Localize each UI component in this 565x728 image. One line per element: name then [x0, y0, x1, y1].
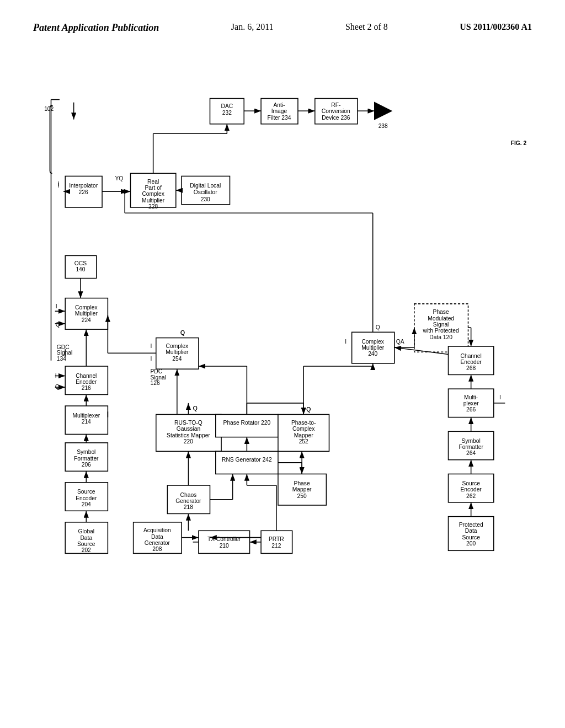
svg-marker-16 — [375, 103, 392, 120]
svg-text:Anti-: Anti- — [273, 102, 285, 108]
svg-text:Complex: Complex — [75, 304, 98, 311]
svg-text:Conversion: Conversion — [322, 108, 350, 114]
svg-text:Generator: Generator — [175, 498, 201, 504]
svg-text:Multiplier: Multiplier — [361, 345, 385, 351]
svg-text:plexer: plexer — [463, 400, 479, 406]
page: Patent Application Publication Jan. 6, 2… — [0, 0, 565, 728]
svg-text:Phase Rotator 220: Phase Rotator 220 — [223, 420, 271, 426]
svg-text:240: 240 — [368, 351, 377, 357]
svg-text:Symbol: Symbol — [462, 438, 481, 444]
svg-text:Interpolator: Interpolator — [69, 183, 98, 189]
svg-text:Filter 234: Filter 234 — [268, 115, 291, 121]
svg-text:Symbol: Symbol — [77, 449, 95, 455]
svg-text:Encoder: Encoder — [76, 495, 97, 501]
header-sheet: Sheet 2 of 8 — [345, 22, 388, 32]
svg-text:Complex: Complex — [166, 343, 189, 349]
svg-rect-112 — [216, 451, 278, 474]
svg-text:Chaos: Chaos — [180, 492, 197, 498]
svg-text:RF-: RF- — [331, 102, 340, 108]
svg-text:Phase: Phase — [433, 309, 449, 315]
svg-text:Phase: Phase — [294, 480, 310, 486]
svg-rect-93 — [261, 531, 292, 553]
svg-text:Data: Data — [151, 534, 163, 540]
svg-text:Multiplier: Multiplier — [75, 311, 98, 317]
svg-text:Acquisition: Acquisition — [143, 527, 171, 533]
svg-text:210: 210 — [220, 543, 229, 549]
svg-text:266: 266 — [466, 406, 476, 413]
svg-rect-119 — [216, 414, 278, 437]
svg-text:Protected: Protected — [459, 522, 483, 528]
svg-text:I: I — [345, 339, 347, 345]
figure-diagram: text { font-family: Arial, sans-serif; f… — [30, 88, 548, 684]
svg-text:Phase-to-: Phase-to- — [291, 420, 316, 426]
svg-text:Source: Source — [77, 541, 95, 547]
svg-text:PRTR: PRTR — [269, 536, 284, 542]
svg-text:Part of: Part of — [145, 185, 162, 191]
svg-text:226: 226 — [79, 189, 88, 195]
svg-text:Mapper: Mapper — [294, 432, 313, 438]
svg-text:126: 126 — [151, 380, 160, 386]
svg-text:with Protected: with Protected — [423, 328, 459, 334]
header-date: Jan. 6, 2011 — [231, 22, 274, 32]
svg-text:Modulated: Modulated — [428, 315, 454, 322]
svg-text:Complex: Complex — [361, 339, 384, 345]
svg-text:I: I — [151, 356, 152, 362]
svg-text:Q: Q — [180, 330, 185, 336]
svg-text:Channel: Channel — [461, 353, 482, 359]
svg-text:264: 264 — [466, 450, 476, 456]
svg-text:Channel: Channel — [76, 373, 97, 379]
svg-text:Encoder: Encoder — [461, 486, 482, 493]
patent-title: Patent Application Publication — [33, 22, 159, 34]
svg-text:206: 206 — [82, 462, 91, 468]
svg-text:Q: Q — [306, 406, 311, 413]
svg-text:Complex: Complex — [292, 426, 315, 432]
svg-text:Data: Data — [80, 535, 92, 541]
svg-text:Formatter: Formatter — [459, 444, 483, 450]
svg-text:Global: Global — [78, 528, 94, 534]
label-102: 102 — [44, 106, 54, 112]
svg-text:Image: Image — [271, 108, 287, 114]
svg-text:232: 232 — [222, 110, 232, 116]
svg-text:Mapper: Mapper — [292, 486, 312, 493]
patent-number: US 2011/002360 A1 — [460, 22, 532, 32]
svg-text:Source: Source — [462, 480, 480, 486]
svg-text:252: 252 — [299, 438, 308, 445]
svg-text:Oscillator: Oscillator — [194, 189, 217, 195]
svg-text:RNS Generator 242: RNS Generator 242 — [222, 457, 272, 463]
svg-text:Digital Local: Digital Local — [190, 183, 221, 189]
svg-text:Formatter: Formatter — [74, 456, 99, 462]
svg-text:I: I — [58, 183, 60, 189]
svg-text:Data 120: Data 120 — [429, 334, 452, 340]
svg-text:QA: QA — [396, 339, 404, 345]
svg-text:I: I — [499, 394, 501, 400]
svg-text:212: 212 — [271, 543, 281, 549]
svg-text:Multiplier: Multiplier — [166, 349, 189, 355]
svg-text:230: 230 — [201, 196, 210, 202]
svg-text:Signal: Signal — [433, 322, 449, 328]
svg-text:Multiplier: Multiplier — [142, 197, 165, 204]
svg-text:228: 228 — [148, 204, 158, 210]
svg-text:Encoder: Encoder — [461, 359, 482, 365]
svg-text:202: 202 — [82, 547, 91, 553]
svg-text:Source: Source — [77, 489, 95, 495]
svg-text:Device 236: Device 236 — [322, 115, 350, 121]
svg-text:Multiplexer: Multiplexer — [72, 413, 100, 419]
svg-text:140: 140 — [76, 266, 85, 272]
svg-text:214: 214 — [82, 419, 91, 425]
diagram-svg: text { font-family: Arial, sans-serif; f… — [30, 88, 548, 684]
svg-text:YQ: YQ — [115, 175, 124, 181]
svg-text:Multi-: Multi- — [464, 394, 478, 400]
svg-text:Q: Q — [376, 324, 380, 330]
svg-text:DAC: DAC — [221, 103, 233, 109]
svg-text:Gaussian: Gaussian — [177, 426, 201, 432]
svg-rect-90 — [199, 531, 250, 553]
svg-text:Statistics Mapper: Statistics Mapper — [167, 432, 210, 438]
svg-text:Complex: Complex — [142, 191, 164, 197]
svg-text:200: 200 — [466, 540, 476, 547]
svg-text:254: 254 — [172, 356, 182, 362]
svg-text:Source: Source — [462, 534, 480, 540]
svg-text:Generator: Generator — [145, 540, 170, 546]
svg-text:238: 238 — [379, 123, 388, 129]
svg-text:TX Controller: TX Controller — [207, 536, 241, 542]
header: Patent Application Publication Jan. 6, 2… — [33, 22, 532, 34]
